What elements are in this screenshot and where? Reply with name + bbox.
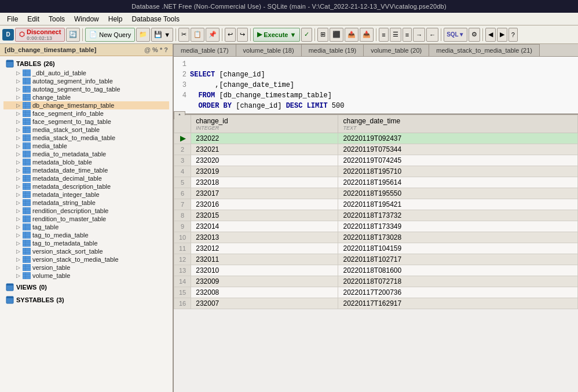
- tab-3[interactable]: volume_table (20): [364, 44, 429, 56]
- sql-code[interactable]: SELECT [change_id] ,[change_date_time] F…: [190, 59, 576, 111]
- table-item-metadata_description_table[interactable]: ▷ metadata_description_table: [3, 182, 169, 190]
- stop-button[interactable]: ⬛: [330, 28, 343, 42]
- undo-button[interactable]: ↩: [225, 28, 236, 42]
- table-item-rendition_description_table[interactable]: ▷ rendition_description_table: [3, 207, 169, 215]
- outdent-button[interactable]: ←: [426, 28, 438, 42]
- svg-rect-38: [23, 142, 31, 149]
- indent-button[interactable]: →: [413, 28, 425, 42]
- table-item-metadata_blob_table[interactable]: ▷ metadata_blob_table: [3, 158, 169, 166]
- cut-button[interactable]: ✂: [178, 28, 189, 42]
- table-item-_dbl_auto_id_table[interactable]: ▷ _dbl_auto_id_table: [3, 69, 169, 77]
- table-row[interactable]: ▶23202220220119T092437: [174, 133, 578, 144]
- redo-button[interactable]: ↪: [237, 28, 248, 42]
- table-row[interactable]: 1123201220220118T104159: [174, 243, 578, 254]
- views-label: VIEWS: [16, 284, 36, 291]
- menu-window[interactable]: Window: [69, 14, 104, 24]
- save-button[interactable]: 💾 ▼: [151, 28, 173, 42]
- systables-count: (3): [56, 296, 64, 303]
- table-name: volume_table: [32, 272, 70, 279]
- table-row[interactable]: 1523200820220117T200736: [174, 287, 578, 298]
- table-item-media_table[interactable]: ▷ media_table: [3, 142, 169, 150]
- table-row[interactable]: 623201720220118T195550: [174, 188, 578, 199]
- table-item-change_table[interactable]: ▷ change_table: [3, 93, 169, 101]
- sidebar-tree[interactable]: TABLES (26) ▷ _dbl_auto_id_table ▷ autot…: [0, 56, 173, 392]
- svg-rect-22: [23, 110, 31, 117]
- table-item-rendition_to_master_table[interactable]: ▷ rendition_to_master_table: [3, 215, 169, 223]
- table-item-metadata_decimal_table[interactable]: ▷ metadata_decimal_table: [3, 174, 169, 182]
- table-row[interactable]: 523201820220118T195614: [174, 177, 578, 188]
- table-icon: [23, 167, 31, 174]
- tab-2[interactable]: media_table (19): [302, 44, 364, 56]
- table-item-media_stack_sort_table[interactable]: ▷ media_stack_sort_table: [3, 126, 169, 134]
- open-file-button[interactable]: 📁: [136, 28, 150, 42]
- menu-file[interactable]: File: [2, 14, 23, 24]
- menu-edit[interactable]: Edit: [23, 14, 44, 24]
- separator-6: [376, 28, 376, 41]
- table-item-tag_table[interactable]: ▷ tag_table: [3, 223, 169, 231]
- execute-button[interactable]: ▶ Execute ▼: [253, 28, 300, 42]
- export-button[interactable]: 📤: [345, 28, 358, 42]
- sql-editor[interactable]: 1 2 3 4 SELECT [change_id] ,[change_date…: [174, 57, 578, 115]
- disconnect-button[interactable]: ⬡ Disconnect 0:00:02:13: [15, 28, 65, 42]
- table-item-autotag_segment_to_tag_table[interactable]: ▷ autotag_segment_to_tag_table: [3, 85, 169, 93]
- execute-confirm-button[interactable]: ✓: [301, 28, 312, 42]
- menu-tools[interactable]: Tools: [44, 14, 69, 24]
- help-button[interactable]: ?: [509, 28, 518, 42]
- col-type-change-id: INTEGER: [196, 125, 333, 131]
- new-query-button[interactable]: 📄 New Query: [85, 28, 135, 42]
- table-item-metadata_string_table[interactable]: ▷ metadata_string_table: [3, 199, 169, 207]
- table-row[interactable]: 923201420220118T173349: [174, 221, 578, 232]
- table-item-face_segment_to_tag_table[interactable]: ▷ face_segment_to_tag_table: [3, 118, 169, 126]
- table-item-version_stack_to_media_table[interactable]: ▷ version_stack_to_media_table: [3, 255, 169, 263]
- table-item-metadata_integer_table[interactable]: ▷ metadata_integer_table: [3, 190, 169, 199]
- table-item-version_table[interactable]: ▷ version_table: [3, 263, 169, 272]
- table-row[interactable]: 723201620220118T195421: [174, 199, 578, 210]
- format-right-button[interactable]: ≡: [403, 28, 412, 42]
- results-area[interactable]: change_id INTEGER change_date_time TEXT …: [174, 115, 578, 392]
- table-row[interactable]: 423201920220118T195710: [174, 166, 578, 177]
- table-item-tag_to_media_table[interactable]: ▷ tag_to_media_table: [3, 231, 169, 239]
- import-button[interactable]: 📥: [360, 28, 374, 42]
- tab-4[interactable]: media_stack_to_media_table (21): [429, 44, 540, 56]
- sql-label-button[interactable]: SQL▼: [444, 28, 467, 42]
- table-item-media_to_metadata_table[interactable]: ▷ media_to_metadata_table: [3, 150, 169, 158]
- tables-section-header[interactable]: TABLES (26): [3, 58, 169, 69]
- svg-rect-30: [23, 126, 31, 133]
- systables-section-header[interactable]: SYSTABLES (3): [3, 295, 169, 305]
- row-num: 14: [179, 278, 186, 285]
- copy-button[interactable]: 📋: [191, 28, 204, 42]
- table-item-version_stack_sort_table[interactable]: ▷ version_stack_sort_table: [3, 247, 169, 255]
- cell-change-id: 232019: [191, 166, 338, 177]
- table-item-db_change_timestamp_table[interactable]: ▷ db_change_timestamp_table: [3, 101, 169, 109]
- table-row[interactable]: 823201520220118T173732: [174, 210, 578, 221]
- nav-forward-button[interactable]: ▶: [497, 28, 507, 42]
- table-item-face_segment_info_table[interactable]: ▷ face_segment_info_table: [3, 109, 169, 118]
- table-row[interactable]: 1223201120220118T102717: [174, 254, 578, 265]
- settings-button[interactable]: ⚙: [469, 28, 480, 42]
- tab-1[interactable]: volume_table (18): [236, 44, 302, 56]
- svg-rect-74: [23, 215, 31, 222]
- table-item-media_stack_to_media_table[interactable]: ▷ media_stack_to_media_table: [3, 134, 169, 142]
- tab-0[interactable]: media_table (17): [174, 44, 236, 56]
- refresh-button[interactable]: 🔄: [66, 28, 80, 42]
- row-indicator: 6: [174, 188, 191, 199]
- table-row[interactable]: 1323201020220118T081600: [174, 265, 578, 276]
- views-section-header[interactable]: VIEWS (0): [3, 282, 169, 292]
- table-item-metadata_date_time_table[interactable]: ▷ metadata_date_time_table: [3, 166, 169, 174]
- paste-button[interactable]: 📌: [206, 28, 220, 42]
- table-row[interactable]: 1623200720220117T162917: [174, 298, 578, 309]
- query-plan-button[interactable]: ⊞: [317, 28, 328, 42]
- format-left-button[interactable]: ≡: [379, 28, 388, 42]
- table-row[interactable]: 1423200920220118T072718: [174, 276, 578, 287]
- menu-database-tools[interactable]: Database Tools: [127, 14, 184, 24]
- table-row[interactable]: 323202020220119T074245: [174, 155, 578, 166]
- row-num: 16: [179, 300, 186, 307]
- menu-help[interactable]: Help: [104, 14, 127, 24]
- format-center-button[interactable]: ☰: [390, 28, 401, 42]
- table-row[interactable]: 223202120220119T075344: [174, 144, 578, 155]
- table-item-tag_to_metadata_table[interactable]: ▷ tag_to_metadata_table: [3, 239, 169, 247]
- nav-back-button[interactable]: ◀: [485, 28, 496, 42]
- table-row[interactable]: 1023201320220118T173028: [174, 232, 578, 243]
- table-item-volume_table[interactable]: ▷ volume_table: [3, 272, 169, 280]
- table-item-autotag_segment_info_table[interactable]: ▷ autotag_segment_info_table: [3, 77, 169, 85]
